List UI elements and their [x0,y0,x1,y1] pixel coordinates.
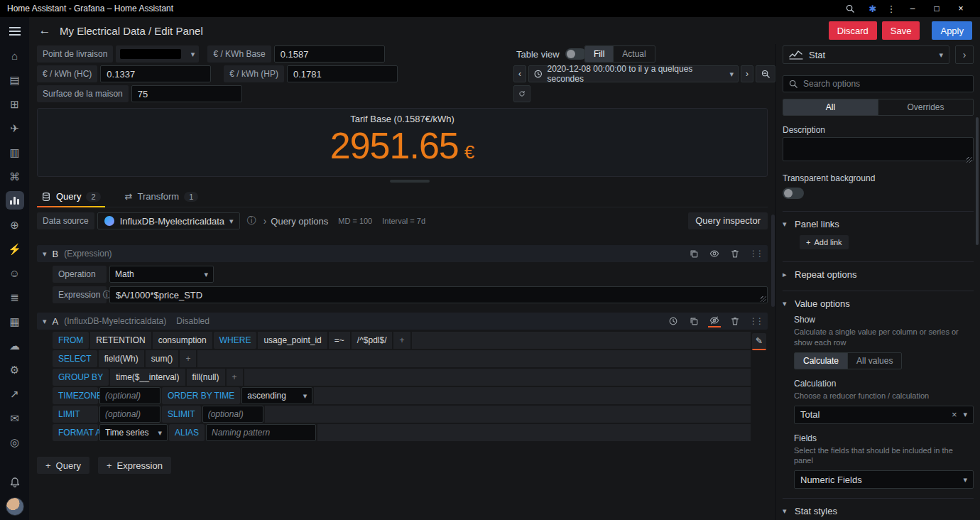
expression-input[interactable] [109,286,768,303]
user-avatar[interactable] [6,497,24,516]
where-operator-segment[interactable]: =~ [329,332,350,349]
add-select-button[interactable]: + [180,350,196,367]
collapse-options-button[interactable]: › [955,45,974,64]
variable-hp-input[interactable] [287,65,398,82]
stat-styles-section-header[interactable]: ▾ Stat styles [783,499,974,518]
sidebar-item-home[interactable]: ⌂ [6,46,24,65]
variable-surface-input[interactable] [131,85,242,102]
select-field-segment[interactable]: field(Wh) [99,350,144,367]
drag-handle[interactable]: ⋮⋮ [749,316,762,326]
group-by-fill-segment[interactable]: fill(null) [187,369,225,386]
close-button[interactable]: × [949,4,973,13]
measurement-segment[interactable]: consumption [153,332,212,349]
sidebar-item-list[interactable]: ≣ [6,288,24,306]
drag-handle[interactable]: ⋮⋮ [749,249,762,259]
query-b-header[interactable]: ▾ B (Expression) ⋮⋮ [37,245,768,262]
toggle-query-visibility-button[interactable] [708,247,721,260]
sidebar-item-trends[interactable]: ↗ [6,384,24,403]
order-by-select[interactable]: ascending ▾ [241,387,312,404]
duplicate-query-button[interactable] [687,247,700,260]
toggle-query-visibility-button[interactable] [708,315,721,327]
add-condition-button[interactable]: + [393,332,410,349]
time-shift-back-button[interactable]: ‹ [513,65,526,82]
sidebar-item-logbook[interactable]: ▤ [6,70,24,89]
menu-button[interactable] [6,22,24,40]
table-view-toggle[interactable] [565,48,587,60]
apply-button[interactable]: Apply [932,21,972,40]
back-button[interactable]: ← [36,21,54,40]
main-scrollbar[interactable] [771,215,775,307]
toggle-text-edit-button[interactable]: ✎ [752,333,766,350]
query-inspector-button[interactable]: Query inspector [688,212,768,229]
repeat-options-section-header[interactable]: ▸ Repeat options [783,262,974,281]
variable-base-input[interactable] [274,45,385,63]
sidebar-item-settings[interactable]: ⚙ [6,360,24,379]
duplicate-query-button[interactable] [687,315,700,327]
datasource-select[interactable]: InfluxDB-Myelectricaldata ▾ [97,212,240,229]
delete-query-button[interactable] [729,315,741,327]
add-query-button[interactable]: + Query [37,457,89,474]
datasource-help-icon[interactable]: ⓘ [247,215,256,227]
maximize-button[interactable]: □ [925,4,949,13]
tab-overrides[interactable]: Overrides [878,99,973,115]
variable-pdl-select[interactable]: ▾ [116,45,199,63]
description-textarea[interactable] [783,137,974,161]
options-search-input[interactable] [783,75,974,92]
group-by-time-segment[interactable]: time($__interval) [110,369,185,386]
zoom-out-button[interactable] [756,65,775,82]
sidebar-item-travel[interactable]: ✈ [6,119,24,137]
clear-icon[interactable]: × [952,409,957,420]
sidebar-item-table[interactable]: ▦ [6,312,24,330]
time-shift-forward-button[interactable]: › [741,65,753,82]
fill-button[interactable]: Fill [585,46,614,62]
collapse-icon[interactable]: ▾ [43,249,47,259]
panel-preview[interactable]: Tarif Base (0.1587€/kWh) 2951.65 € [37,108,768,177]
format-select[interactable]: Time series ▾ [99,424,168,441]
delete-query-button[interactable] [729,247,741,260]
limit-input[interactable] [99,406,160,423]
timezone-input[interactable] [99,387,160,404]
sidebar-item-apps[interactable]: ⊞ [6,94,24,113]
minimize-button[interactable]: – [900,4,925,13]
tab-all-options[interactable]: All [783,99,878,115]
slimit-input[interactable] [202,406,263,423]
add-group-by-button[interactable]: + [227,369,243,386]
sidebar-item-energy[interactable]: ⚡ [6,239,24,258]
where-field-segment[interactable]: usage_point_id [258,332,327,349]
save-button[interactable]: Save [882,21,920,40]
search-icon[interactable] [845,4,864,13]
query-history-button[interactable] [667,315,680,327]
discard-button[interactable]: Discard [829,21,877,40]
visualization-select[interactable]: Stat ▾ [783,45,949,64]
query-a-header[interactable]: ▾ A (InfluxDB-Myelectricaldata) Disabled… [37,313,768,330]
collapse-icon[interactable]: ▾ [43,317,47,326]
sidebar-item-web[interactable]: ⊕ [6,215,24,234]
all-values-button[interactable]: All values [848,353,901,369]
where-value-segment[interactable]: /^$pdl$/ [352,332,393,349]
options-scrollbar[interactable] [976,117,979,245]
actual-button[interactable]: Actual [614,46,654,62]
panel-links-section-header[interactable]: ▾ Panel links [783,212,974,231]
query-options-button[interactable]: Query options [271,216,328,227]
add-link-button[interactable]: + Add link [800,235,849,249]
tab-transform[interactable]: ⇄ Transform 1 [121,186,203,207]
retention-policy-segment[interactable]: RETENTION [90,332,151,349]
sidebar-item-grafana[interactable] [6,191,24,210]
sidebar-item-users[interactable]: ☺ [6,264,24,282]
value-options-section-header[interactable]: ▾ Value options [783,291,974,310]
sidebar-item-help[interactable]: ◎ [6,433,24,451]
tab-query[interactable]: Query 2 [37,186,105,207]
notifications-button[interactable] [6,473,24,492]
variable-hc-input[interactable] [100,65,211,82]
calculation-select[interactable]: Total × ▾ [794,406,974,424]
refresh-button[interactable] [513,85,530,102]
panel-resize-handle[interactable] [390,180,430,183]
add-expression-button[interactable]: + Expression [98,457,171,474]
fields-select[interactable]: Numeric Fields ▾ [794,470,974,489]
transparent-background-toggle[interactable] [783,188,804,199]
operation-select[interactable]: Math ▾ [109,266,214,283]
extension-icon[interactable]: ✱ [864,4,882,14]
time-range-button[interactable]: 2020-12-08 00:00:00 to il y a quelques s… [528,65,739,82]
sidebar-item-network[interactable]: ⌘ [6,167,24,185]
sidebar-item-cloud[interactable]: ☁ [6,336,24,354]
